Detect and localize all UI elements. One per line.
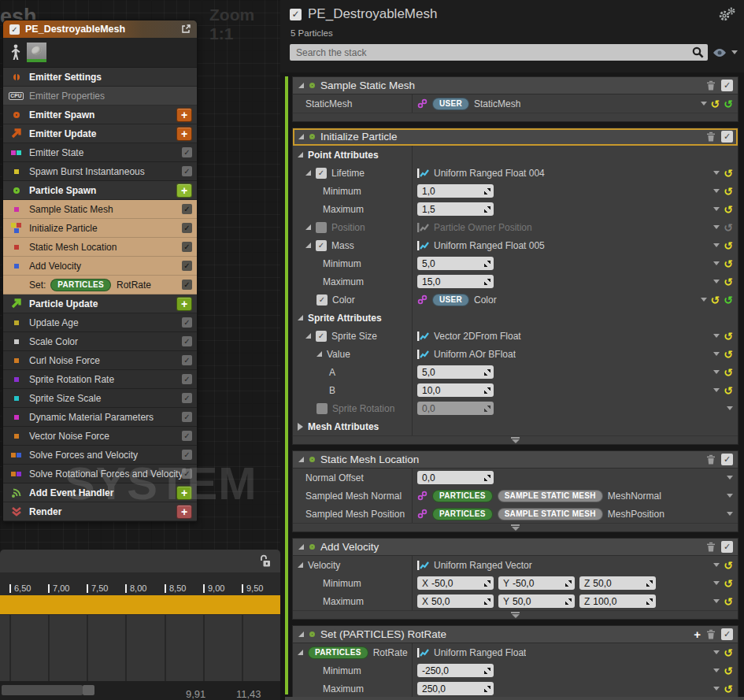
param-disabled-checkbox[interactable] — [316, 403, 328, 414]
node-row-sample-static-mesh[interactable]: Sample Static Mesh✓ — [3, 200, 197, 219]
stack-row-minimum[interactable]: MinimumX-50,0Y-50,0Z50,0↺ — [293, 574, 738, 592]
reset-to-default-icon[interactable]: ↺ — [724, 331, 733, 342]
trash-icon[interactable] — [706, 80, 716, 91]
param-enabled-checkbox[interactable]: ✓ — [316, 168, 327, 179]
collapse-triangle-icon[interactable] — [298, 457, 304, 462]
numeric-input[interactable]: Y50,0 — [498, 594, 575, 608]
numeric-input[interactable]: 1,5 — [417, 202, 494, 216]
node-row-emitter-update[interactable]: Emitter Update+ — [3, 124, 197, 143]
node-row-add-event-handler[interactable]: Add Event Handler+ — [3, 483, 197, 502]
stack-horizontal-scrollbar[interactable] — [285, 697, 744, 700]
param-collapse-icon[interactable] — [298, 562, 303, 568]
stack-row-minimum[interactable]: Minimum5,0↺ — [293, 254, 738, 272]
timeline-scrollbar-thumb[interactable] — [2, 685, 83, 695]
value-dropdown-chevron-icon[interactable] — [727, 494, 733, 498]
system-enabled-checkbox[interactable]: ✓ — [290, 9, 302, 20]
collapse-triangle-icon[interactable] — [298, 83, 304, 88]
reset-to-default-icon[interactable]: ↺ — [724, 596, 733, 607]
numeric-input[interactable]: 0,0 — [417, 471, 494, 484]
stack-row-maximum[interactable]: Maximum250,0↺ — [293, 680, 738, 698]
module-enabled-checkbox[interactable]: ✓ — [182, 204, 192, 214]
param-collapse-icon[interactable] — [305, 224, 311, 230]
stack-row-minimum[interactable]: Minimum-250,0↺ — [293, 661, 738, 680]
node-row-solve-forces-and-velocity[interactable]: Solve Forces and Velocity✓ — [3, 446, 197, 465]
section-header-initialize-particle[interactable]: Initialize Particle✓ — [293, 128, 738, 146]
param-collapse-icon[interactable] — [305, 170, 311, 176]
numeric-input[interactable]: 1,0 — [417, 184, 494, 198]
add-module-button[interactable]: + — [176, 127, 192, 141]
value-dropdown-chevron-icon[interactable] — [713, 687, 720, 691]
reset-to-default-icon[interactable]: ↺ — [724, 258, 733, 269]
param-enabled-checkbox[interactable]: ✓ — [316, 331, 327, 342]
section-enabled-checkbox[interactable]: ✓ — [721, 131, 733, 143]
add-module-button[interactable]: + — [176, 108, 192, 122]
value-dropdown-chevron-icon[interactable] — [713, 581, 720, 585]
section-enabled-checkbox[interactable]: ✓ — [721, 80, 733, 91]
value-dropdown-chevron-icon[interactable] — [713, 388, 720, 392]
value-dropdown-chevron-icon[interactable] — [713, 261, 720, 265]
search-input[interactable] — [296, 47, 692, 58]
node-row-render[interactable]: Render+ — [3, 502, 197, 521]
node-row-emitter-spawn[interactable]: Emitter Spawn+ — [3, 106, 197, 124]
stack-row-maximum[interactable]: MaximumX50,0Y50,0Z100,0↺ — [293, 592, 738, 610]
stack-row-color[interactable]: ✓ColorUSERColor↺↺ — [293, 291, 738, 309]
node-row-initialize-particle[interactable]: Initialize Particle✓ — [3, 219, 197, 238]
reset-to-default-icon[interactable]: ↺ — [724, 276, 733, 287]
unlock-icon[interactable] — [259, 554, 271, 568]
value-dropdown-chevron-icon[interactable] — [713, 599, 720, 603]
module-enabled-checkbox[interactable]: ✓ — [182, 469, 192, 479]
numeric-input[interactable]: Z50,0 — [579, 576, 656, 590]
node-row-emitter-properties[interactable]: CPUEmitter Properties — [3, 87, 197, 106]
group-collapse-icon[interactable] — [298, 423, 303, 431]
reset-to-default-icon[interactable]: ↺ — [724, 560, 733, 571]
module-enabled-checkbox[interactable]: ✓ — [182, 355, 192, 365]
settings-gears-icon[interactable] — [717, 7, 736, 22]
timeline-track-area[interactable] — [0, 614, 280, 681]
numeric-input[interactable]: 250,0 — [417, 682, 494, 695]
section-header-static-mesh-location[interactable]: Static Mesh Location✓ — [293, 451, 738, 469]
timeline-range-bar[interactable] — [0, 595, 280, 614]
trash-icon[interactable] — [706, 542, 716, 552]
collapse-triangle-icon[interactable] — [298, 631, 304, 637]
module-enabled-checkbox[interactable]: ✓ — [182, 166, 192, 176]
value-dropdown-chevron-icon[interactable] — [727, 476, 733, 480]
value-dropdown-chevron-icon[interactable] — [713, 207, 720, 211]
module-enabled-checkbox[interactable]: ✓ — [182, 223, 192, 233]
stack-row-maximum[interactable]: Maximum15,0↺ — [293, 272, 738, 291]
value-dropdown-chevron-icon[interactable] — [713, 669, 720, 672]
param-collapse-icon[interactable] — [305, 333, 311, 339]
stack-search-box[interactable] — [290, 44, 708, 61]
section-expander[interactable] — [293, 610, 738, 619]
module-enabled-checkbox[interactable]: ✓ — [182, 242, 192, 252]
stack-row-rotrate[interactable]: PARTICLESRotRateUniform Ranged Float↺ — [293, 643, 738, 661]
reset-to-default-icon[interactable]: ↺ — [724, 665, 733, 676]
stack-row-mesh-attributes[interactable]: Mesh Attributes — [293, 417, 738, 435]
stack-row-minimum[interactable]: Minimum1,0↺ — [293, 182, 738, 200]
trash-icon[interactable] — [706, 454, 716, 465]
param-disabled-checkbox[interactable] — [316, 222, 327, 233]
reset-to-default-icon[interactable]: ↺ — [724, 294, 733, 306]
node-row-add-velocity[interactable]: Add Velocity✓ — [3, 257, 197, 276]
timeline-scrollbar-grip[interactable] — [83, 685, 94, 695]
add-module-button[interactable]: + — [176, 486, 192, 500]
reset-to-default-icon[interactable]: ↺ — [724, 349, 733, 360]
module-enabled-checkbox[interactable]: ✓ — [182, 261, 192, 271]
value-dropdown-chevron-icon[interactable] — [713, 352, 720, 356]
reset-to-default-icon[interactable]: ↺ — [724, 204, 733, 215]
node-row-solve-rotational-forces-and-velocity[interactable]: Solve Rotational Forces and Velocity✓ — [3, 465, 197, 483]
stack-row-point-attributes[interactable]: Point Attributes — [293, 146, 738, 164]
param-collapse-icon[interactable] — [305, 243, 311, 248]
value-dropdown-chevron-icon[interactable] — [713, 280, 720, 283]
reset-to-default-icon[interactable]: ↺ — [724, 98, 733, 109]
stack-row-b[interactable]: B10,0↺ — [293, 381, 738, 399]
value-dropdown-chevron-icon[interactable] — [701, 102, 707, 106]
reset-to-default-icon[interactable]: ↺ — [724, 168, 733, 179]
stack-row-sprite-size[interactable]: ✓Sprite SizeVector 2DFrom Float↺ — [293, 327, 738, 345]
group-collapse-icon[interactable] — [298, 152, 303, 157]
module-enabled-checkbox[interactable]: ✓ — [182, 431, 192, 441]
section-header-sample-static-mesh[interactable]: Sample Static Mesh✓ — [293, 77, 738, 94]
collapse-triangle-icon[interactable] — [298, 134, 304, 139]
section-enabled-checkbox[interactable]: ✓ — [721, 628, 733, 640]
reset-to-default-icon[interactable]: ↺ — [724, 578, 733, 589]
section-header-add-velocity[interactable]: Add Velocity✓ — [293, 539, 738, 556]
